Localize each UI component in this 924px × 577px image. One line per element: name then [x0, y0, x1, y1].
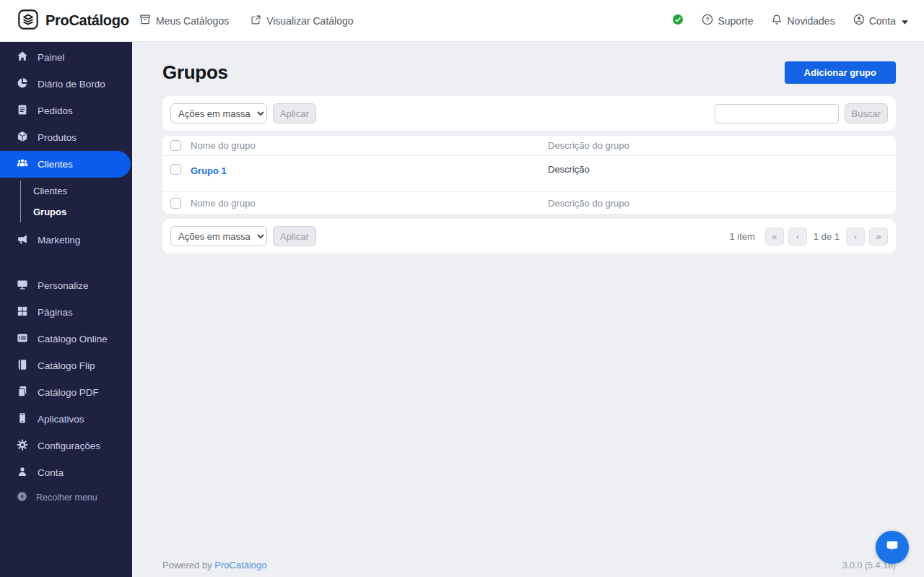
sidebar-item-pedidos[interactable]: Pedidos	[0, 97, 132, 124]
topbar-right: ? Suporte Novidades Conta	[672, 14, 908, 28]
item-count: 1 item	[729, 231, 754, 242]
sidebar-item-configuracoes[interactable]: Configurações	[0, 433, 132, 459]
submenu-item-grupos[interactable]: Grupos	[21, 201, 132, 222]
nav-label: Novidades	[787, 15, 834, 27]
column-header-description: Descrição do grupo	[548, 140, 888, 151]
collapse-circle-icon	[17, 491, 27, 504]
search-button[interactable]: Buscar	[845, 103, 888, 123]
sidebar-item-label: Painel	[38, 52, 65, 63]
sidebar-section-gap	[0, 253, 132, 272]
row-checkbox[interactable]	[170, 164, 181, 175]
nav-meus-catalogos[interactable]: Meus Catálogos	[139, 14, 229, 27]
apply-button[interactable]: Aplicar	[273, 103, 316, 123]
sidebar-item-label: Pedidos	[38, 105, 73, 116]
select-all-checkbox-bottom[interactable]	[170, 198, 181, 209]
powered-by-link[interactable]: ProCatálogo	[214, 560, 266, 571]
people-icon	[17, 157, 28, 171]
phone-icon	[17, 412, 28, 426]
sidebar-item-label: Páginas	[38, 307, 73, 318]
chat-fab-button[interactable]	[876, 531, 909, 564]
page-footer: Powered by ProCatálogo 3.0.0 (5.4.18)	[162, 560, 896, 577]
sidebar-item-clientes[interactable]: Clientes	[0, 151, 131, 178]
first-page-button[interactable]: «	[765, 227, 784, 246]
grid-icon	[17, 305, 28, 319]
bulk-actions-select-bottom[interactable]: Ações em massa	[170, 226, 267, 246]
next-page-button[interactable]: ›	[846, 227, 865, 246]
sidebar-item-personalize[interactable]: Personalize	[0, 272, 132, 299]
nav-label: Visualizar Catálogo	[266, 15, 353, 27]
sidebar-item-marketing[interactable]: Marketing	[0, 227, 132, 253]
orders-icon	[17, 104, 28, 118]
search-input[interactable]	[715, 104, 839, 123]
sidebar-item-label: Catálogo Online	[38, 334, 108, 344]
table-footer-row: Nome do grupo Descrição do grupo	[162, 192, 896, 214]
sidebar-item-label: Configurações	[38, 441, 100, 451]
sidebar-item-label: Aplicativos	[38, 414, 84, 425]
page-indicator: 1 de 1	[811, 231, 842, 242]
column-footer-name: Nome do grupo	[191, 198, 548, 209]
brand-name: ProCatálogo	[45, 12, 129, 29]
collapse-menu-label: Recolher menu	[36, 493, 97, 503]
card-list-icon	[17, 332, 28, 346]
nav-conta[interactable]: Conta	[853, 14, 908, 27]
brand-logo[interactable]: ProCatálogo	[17, 9, 132, 33]
sidebar-item-label: Personalize	[38, 280, 89, 291]
logo-layers-icon	[17, 9, 39, 33]
apply-button-bottom[interactable]: Aplicar	[273, 226, 316, 246]
bulk-actions-select[interactable]: Ações em massa	[170, 103, 267, 123]
add-group-button[interactable]: Adicionar grupo	[785, 61, 896, 84]
table-row: Grupo 1 Descrição	[162, 156, 896, 192]
files-icon	[17, 386, 28, 399]
nav-novidades[interactable]: Novidades	[771, 14, 834, 27]
last-page-button[interactable]: »	[869, 227, 888, 246]
sidebar-item-produtos[interactable]: Produtos	[0, 124, 132, 151]
chat-bubble-icon	[884, 538, 900, 557]
sidebar-item-catalogo-pdf[interactable]: Catálogo PDF	[0, 379, 132, 406]
page-title: Grupos	[162, 61, 228, 84]
svg-text:?: ?	[706, 16, 710, 23]
nav-label: Conta	[869, 15, 896, 27]
check-circle-icon	[672, 14, 684, 28]
sidebar-item-label: Diário de Bordo	[38, 79, 105, 90]
submenu-item-clientes[interactable]: Clientes	[21, 181, 132, 201]
sidebar-item-catalogo-flip[interactable]: Catálogo Flip	[0, 352, 132, 379]
nav-suporte[interactable]: ? Suporte	[702, 14, 753, 27]
sidebar-item-label: Produtos	[38, 132, 77, 143]
collapse-menu-button[interactable]: Recolher menu	[0, 486, 132, 509]
topbar: ProCatálogo Meus Catálogos Visualizar	[0, 0, 924, 42]
prev-page-button[interactable]: ‹	[788, 227, 807, 246]
sidebar-item-catalogo-online[interactable]: Catálogo Online	[0, 326, 132, 352]
nav-label: Suporte	[718, 15, 753, 27]
sidebar-item-paginas[interactable]: Páginas	[0, 299, 132, 326]
megaphone-icon	[17, 233, 28, 247]
bell-icon	[771, 14, 783, 27]
sidebar-item-aplicativos[interactable]: Aplicativos	[0, 406, 132, 433]
sidebar-item-painel[interactable]: Painel	[0, 44, 132, 71]
sidebar-item-diario-de-bordo[interactable]: Diário de Bordo	[0, 71, 132, 97]
home-icon	[17, 51, 28, 64]
group-description: Descrição	[548, 164, 888, 175]
clientes-submenu: Clientes Grupos	[20, 181, 132, 222]
groups-table: Nome do grupo Descrição do grupo Grupo 1…	[162, 136, 896, 214]
sidebar-item-label: Conta	[38, 467, 64, 478]
sidebar-item-conta[interactable]: Conta	[0, 459, 132, 486]
pie-chart-icon	[17, 77, 28, 91]
topbar-nav: Meus Catálogos Visualizar Catálogo	[139, 14, 354, 27]
column-footer-description: Descrição do grupo	[548, 198, 888, 209]
powered-by-text: Powered by	[162, 560, 212, 571]
book-icon	[17, 359, 28, 373]
nav-visualizar-catalogo[interactable]: Visualizar Catálogo	[250, 14, 353, 27]
group-name-link[interactable]: Grupo 1	[191, 165, 227, 176]
sidebar: Painel Diário de Bordo Pedidos Produtos …	[0, 42, 132, 577]
monitor-icon	[17, 279, 28, 292]
pagination: 1 item « ‹ 1 de 1 › »	[729, 227, 888, 246]
archive-icon	[139, 14, 151, 27]
bottom-toolbar: Ações em massa Aplicar 1 item « ‹ 1 de 1…	[162, 219, 896, 253]
sidebar-item-label: Marketing	[38, 235, 80, 246]
external-link-icon	[250, 14, 261, 27]
person-circle-icon	[853, 14, 865, 27]
nav-label: Meus Catálogos	[156, 15, 229, 27]
table-header-row: Nome do grupo Descrição do grupo	[162, 136, 896, 156]
top-toolbar: Ações em massa Aplicar Buscar	[162, 96, 896, 131]
select-all-checkbox[interactable]	[170, 140, 181, 151]
